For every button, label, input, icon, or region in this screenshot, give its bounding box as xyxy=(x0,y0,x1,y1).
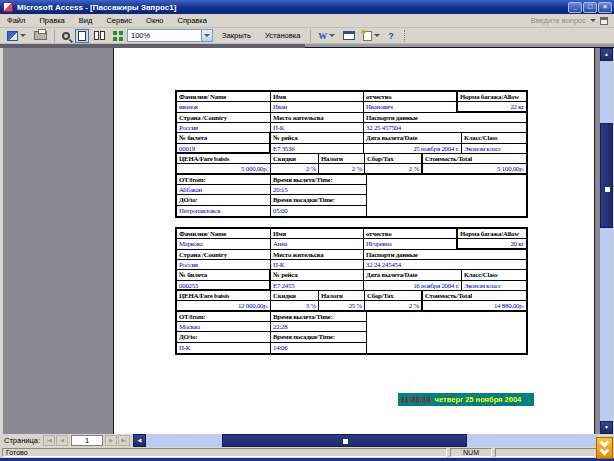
residence-header: Место жительсва xyxy=(271,113,364,123)
restore-button[interactable]: □ xyxy=(583,2,597,13)
zoom-tool-button[interactable] xyxy=(59,29,73,43)
minimize-button[interactable]: _ xyxy=(568,2,582,13)
close-button[interactable]: × xyxy=(598,2,612,13)
arrival-time-value: 14:06 xyxy=(271,343,366,353)
discount-value: 3 % xyxy=(271,301,319,311)
patronymic-header: отчество xyxy=(364,92,456,102)
next-page-button[interactable]: ▶ xyxy=(105,435,117,446)
officelinks-button[interactable]: W xyxy=(315,29,338,43)
arrival-time-header: Время посадки/Time: xyxy=(271,332,366,342)
one-page-button[interactable] xyxy=(75,29,89,43)
surname-value: Маркова xyxy=(177,239,271,249)
close-preview-button[interactable]: Закрыть xyxy=(216,29,257,43)
toolbar-options-button[interactable] xyxy=(400,30,405,42)
horizontal-scrollbar[interactable]: ◀ xyxy=(133,434,598,447)
magnifier-icon xyxy=(62,32,70,40)
passport-value: 32 25 457504 xyxy=(364,123,526,133)
type-question-box[interactable]: Введите вопрос xyxy=(531,16,586,25)
taxes-header: Налоги xyxy=(319,291,365,301)
to-value: Петропавловск xyxy=(177,206,271,216)
prev-page-button[interactable]: ◀ xyxy=(56,435,68,446)
surname-value: иванов xyxy=(177,102,271,112)
empty-cell xyxy=(367,175,526,216)
fare-value: 12 000,00р. xyxy=(177,301,271,311)
page-number-input[interactable]: 1 xyxy=(71,435,103,446)
new-object-button[interactable] xyxy=(360,29,383,43)
passenger-record-card: Фамилия/ Name Имя отчество Норма багажа/… xyxy=(175,90,528,218)
scroll-left-button[interactable]: ◀ xyxy=(133,434,146,447)
fee-value: 2 % xyxy=(365,301,421,311)
ticket-value: 000255 xyxy=(177,281,271,291)
country-header: Страна /Country xyxy=(177,250,271,260)
class-value: Эконом класс xyxy=(462,144,526,154)
new-object-icon xyxy=(363,31,372,41)
application-window: Microsoft Access - [Пассажиры Запрос1] _… xyxy=(0,0,614,461)
taxes-value: 2 % xyxy=(319,164,365,174)
page-navigation-bar: Страница: |◀ ◀ 1 ▶ ▶| ◀ xyxy=(0,434,614,447)
vertical-scrollbar[interactable]: ▲ ▼ xyxy=(600,48,613,434)
horizontal-scrollbar-thumb[interactable] xyxy=(222,434,467,447)
scroll-up-button[interactable]: ▲ xyxy=(600,48,613,61)
page-setup-label: Установка xyxy=(265,31,300,40)
fare-header: ЦЕНА/Fare baisis xyxy=(177,291,271,301)
residence-value: П-К xyxy=(271,260,364,270)
from-header: ОТ/from: xyxy=(177,175,271,185)
multiple-pages-icon xyxy=(113,31,117,35)
depart-date-value: 16 ноября 2004 г. xyxy=(364,281,462,291)
fee-header: Сбор/Tax xyxy=(365,154,421,164)
page-setup-button[interactable]: Установка xyxy=(259,29,306,43)
title-bar: Microsoft Access - [Пассажиры Запрос1] _… xyxy=(0,0,614,14)
status-text: Готово xyxy=(2,448,447,457)
patronymic-value: Игоревна xyxy=(364,239,456,249)
country-value: Россия xyxy=(177,260,271,270)
country-header: Страна /Country xyxy=(177,113,271,123)
discount-header: Скидки xyxy=(271,154,319,164)
name-header: Имя xyxy=(271,229,364,239)
ticket-header: № билета xyxy=(177,270,271,280)
database-window-button[interactable] xyxy=(340,29,358,43)
last-page-button[interactable]: ▶| xyxy=(118,435,130,446)
menu-item-edit[interactable]: Правка xyxy=(32,15,71,26)
passport-value: 32 24 245454 xyxy=(364,260,526,270)
chevron-down-icon xyxy=(329,34,335,37)
status-bar: Готово NUM xyxy=(0,447,614,458)
vertical-scrollbar-thumb[interactable] xyxy=(600,123,613,228)
help-button[interactable]: ? xyxy=(385,29,397,43)
print-preview-area: Фамилия/ Name Имя отчество Норма багажа/… xyxy=(3,48,600,434)
from-value: Аббакан xyxy=(177,185,271,195)
child-window-icon[interactable] xyxy=(600,17,608,25)
allowance-header: Норма багажа/Allow xyxy=(456,92,526,102)
combo-dropdown-button[interactable] xyxy=(201,30,212,41)
page-label: Страница: xyxy=(4,436,40,445)
taxes-header: Налоги xyxy=(319,154,365,164)
menu-item-view[interactable]: Вид xyxy=(72,15,100,26)
first-page-button[interactable]: |◀ xyxy=(43,435,55,446)
view-design-button[interactable] xyxy=(4,29,29,43)
menu-item-help[interactable]: Справка xyxy=(171,15,214,26)
one-page-icon xyxy=(78,31,86,41)
patronymic-value: Иванович xyxy=(364,102,456,112)
from-header: ОТ/from: xyxy=(177,312,271,322)
print-preview-toolbar: 100% Закрыть Установка W ? xyxy=(0,28,614,44)
chevron-down-icon[interactable] xyxy=(590,19,596,22)
empty-cell xyxy=(367,312,526,353)
flight-header: № рейса xyxy=(271,270,364,280)
total-header: Стоимость/Total xyxy=(421,291,526,301)
fare-header: ЦЕНА/Fare baisis xyxy=(177,154,271,164)
print-button[interactable] xyxy=(31,29,50,43)
menu-bar: Файл Правка Вид Сервис Окно Справка Введ… xyxy=(0,14,614,28)
menu-item-file[interactable]: Файл xyxy=(0,15,32,26)
flight-header: № рейса xyxy=(271,133,364,143)
report-page[interactable]: Фамилия/ Name Имя отчество Норма багажа/… xyxy=(113,48,595,434)
menu-item-window[interactable]: Окно xyxy=(139,15,170,26)
multiple-pages-button[interactable] xyxy=(110,29,124,43)
scroll-down-button[interactable]: ▼ xyxy=(600,421,613,434)
two-pages-button[interactable] xyxy=(91,29,108,43)
allowance-header: Норма багажа/Allow xyxy=(456,229,526,239)
fee-header: Сбор/Tax xyxy=(365,291,421,301)
surname-header: Фамилия/ Name xyxy=(177,92,271,102)
word-link-icon: W xyxy=(318,31,327,41)
double-chevron-down-icon[interactable] xyxy=(596,437,613,459)
zoom-level-select[interactable]: 100% xyxy=(127,29,213,42)
menu-item-service[interactable]: Сервис xyxy=(99,15,139,26)
